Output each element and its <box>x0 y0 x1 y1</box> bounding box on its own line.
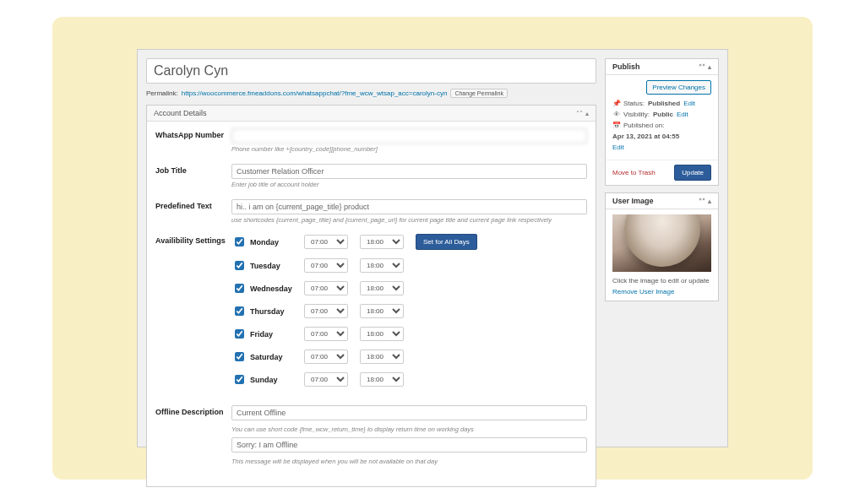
availability-day-row: Monday07:0018:00Set for All Days <box>231 234 587 250</box>
availability-day-row: Thursday07:0018:00 <box>231 304 587 318</box>
preview-changes-button[interactable]: Preview Changes <box>646 80 711 95</box>
availability-day-toggle[interactable]: Tuesday <box>231 258 292 273</box>
user-image-hint: Click the image to edit or update <box>612 277 711 285</box>
availability-day-toggle[interactable]: Sunday <box>231 372 292 387</box>
availability-day-row: Friday07:0018:00 <box>231 327 587 341</box>
availability-day-toggle[interactable]: Monday <box>231 235 292 249</box>
availability-from-select[interactable]: 07:00 <box>304 304 348 318</box>
permalink-label: Permalink: <box>146 89 178 97</box>
visibility-label: Visibility: <box>623 111 650 118</box>
availability-day-toggle[interactable]: Wednesday <box>231 281 292 295</box>
availability-to-select[interactable]: 18:00 <box>360 350 404 364</box>
whatsapp-number-hint: Phone number like +[country_code][phone_… <box>231 145 587 154</box>
account-details-panel-title: Account Details <box>154 109 207 117</box>
user-image-collapse-icon[interactable]: ˄˅ <box>699 198 705 205</box>
change-permalink-button[interactable]: Change Permalink <box>450 89 508 98</box>
availability-from-select[interactable]: 07:00 <box>304 235 348 249</box>
availability-day-name: Friday <box>250 330 273 339</box>
predefined-text-input[interactable] <box>231 199 587 214</box>
calendar-icon: 📅 <box>612 122 620 129</box>
predefined-text-hint: use shortcodes {current_page_title} and … <box>231 216 587 225</box>
whatsapp-number-input[interactable] <box>231 128 587 144</box>
user-image-toggle-icon[interactable]: ▴ <box>708 198 711 205</box>
availability-from-select[interactable]: 07:00 <box>304 327 348 341</box>
published-edit-link[interactable]: Edit <box>612 144 624 151</box>
job-title-input[interactable] <box>231 164 587 179</box>
offline-description-label: Offline Description <box>155 405 231 466</box>
availability-day-row: Sunday07:0018:00 <box>231 372 587 387</box>
availability-day-name: Sunday <box>250 376 278 384</box>
visibility-value: Public <box>653 111 673 118</box>
user-image-thumbnail[interactable] <box>612 214 711 272</box>
user-image-box-title: User Image <box>612 197 654 205</box>
set-for-all-days-button[interactable]: Set for All Days <box>416 234 477 250</box>
offline-description-hint-2: This message will be displayed when you … <box>231 458 587 466</box>
availability-day-row: Tuesday07:0018:00 <box>231 258 587 273</box>
offline-description-hint-1: You can use short code {fme_wcw_return_t… <box>231 425 587 434</box>
post-title-input[interactable] <box>146 58 596 84</box>
availability-to-select[interactable]: 18:00 <box>360 235 404 249</box>
visibility-edit-link[interactable]: Edit <box>677 111 688 118</box>
published-label: Published on: <box>623 122 664 129</box>
availability-day-toggle[interactable]: Thursday <box>231 304 292 318</box>
availability-from-select[interactable]: 07:00 <box>304 281 348 295</box>
publish-box-title: Publish <box>612 62 640 71</box>
visibility-icon: 👁 <box>612 111 620 118</box>
availability-day-toggle[interactable]: Saturday <box>231 350 292 364</box>
availability-day-checkbox[interactable] <box>235 375 244 384</box>
availability-day-name: Thursday <box>250 307 285 316</box>
status-value: Published <box>648 100 680 107</box>
availability-day-checkbox[interactable] <box>235 306 244 316</box>
availability-day-checkbox[interactable] <box>235 261 244 270</box>
availability-to-select[interactable]: 18:00 <box>360 327 404 341</box>
offline-description-input-2[interactable] <box>231 437 587 453</box>
remove-user-image-link[interactable]: Remove User Image <box>612 288 674 295</box>
availability-day-name: Monday <box>250 238 279 247</box>
publish-collapse-icon[interactable]: ˄˅ <box>699 63 705 71</box>
availability-day-row: Saturday07:0018:00 <box>231 350 587 364</box>
availability-day-checkbox[interactable] <box>235 329 244 339</box>
availability-day-checkbox[interactable] <box>235 284 244 293</box>
whatsapp-number-label: WhatsApp Number <box>155 128 231 154</box>
status-edit-link[interactable]: Edit <box>683 100 695 107</box>
publish-toggle-icon[interactable]: ▴ <box>708 63 711 71</box>
published-value: Apr 13, 2021 at 04:55 <box>612 133 679 140</box>
availability-day-name: Saturday <box>250 353 283 361</box>
predefined-text-label: Predefined Text <box>155 199 231 225</box>
offline-description-input-1[interactable] <box>231 405 587 420</box>
availability-from-select[interactable]: 07:00 <box>304 258 348 273</box>
availability-day-name: Wednesday <box>250 285 292 293</box>
availability-day-checkbox[interactable] <box>235 237 244 247</box>
availability-from-select[interactable]: 07:00 <box>304 350 348 364</box>
availability-to-select[interactable]: 18:00 <box>360 258 404 273</box>
panel-collapse-icon[interactable]: ˄˅ <box>576 110 583 117</box>
pin-icon: 📌 <box>612 100 620 107</box>
availability-day-toggle[interactable]: Friday <box>231 327 292 341</box>
availability-from-select[interactable]: 07:00 <box>304 372 348 387</box>
job-title-hint: Enter job title of account holder <box>231 181 587 189</box>
permalink-url[interactable]: https://woocommerce.fmeaddons.com/whatsa… <box>182 89 448 97</box>
status-label: Status: <box>623 100 645 107</box>
update-button[interactable]: Update <box>674 165 711 181</box>
availability-to-select[interactable]: 18:00 <box>360 281 404 295</box>
panel-toggle-icon[interactable]: ▴ <box>585 110 589 117</box>
job-title-label: Job Title <box>155 164 231 189</box>
availability-day-row: Wednesday07:0018:00 <box>231 281 587 295</box>
availability-to-select[interactable]: 18:00 <box>360 372 404 387</box>
availability-day-checkbox[interactable] <box>235 352 244 361</box>
availability-day-name: Tuesday <box>250 262 280 270</box>
move-to-trash-link[interactable]: Move to Trash <box>612 169 656 176</box>
availability-settings-label: Availibility Settings <box>155 234 231 395</box>
availability-to-select[interactable]: 18:00 <box>360 304 404 318</box>
